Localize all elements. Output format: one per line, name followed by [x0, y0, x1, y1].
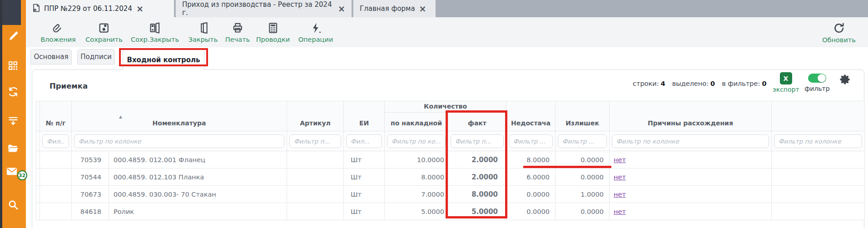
save-button[interactable]: Сохранить — [85, 22, 123, 43]
cell-num — [40, 151, 72, 169]
cell-num — [40, 186, 72, 203]
cell-shortage: 8.0000 — [506, 151, 556, 169]
cell-unit: Шт — [344, 169, 385, 186]
tab-input-control-label: Входной контроль — [127, 56, 200, 64]
cell-surplus: 0.0000 — [556, 203, 610, 220]
window-tab-bar: ППР №229 от 06.11.2024 × Приход из произ… — [21, 0, 868, 17]
table-row[interactable]: 70544 000.4859. 012.103 Планка Шт 8.0000… — [36, 169, 865, 186]
postings-button[interactable]: Проводки — [256, 22, 290, 43]
col-header-nomenclature[interactable]: Номенклатура — [72, 101, 287, 131]
sidebar-item-queue[interactable] — [0, 112, 26, 130]
pencil-icon — [7, 30, 19, 41]
sidebar-item-qr[interactable] — [0, 56, 26, 74]
window-tab-label: Главная форма — [360, 5, 415, 13]
toggle-on-icon — [808, 74, 826, 83]
col-header-surplus[interactable]: Излишек — [556, 101, 610, 131]
cell-fact: 2.0000 — [448, 151, 506, 169]
tab-main-label: Основная — [34, 53, 69, 61]
export-label: экспорт — [773, 86, 799, 93]
col-header-fact[interactable]: факт — [448, 113, 506, 131]
col-header-shortage[interactable]: Недостача — [506, 101, 556, 131]
col-header-unit[interactable]: ЕИ — [344, 101, 385, 131]
export-button[interactable]: X экспорт — [773, 72, 799, 93]
window-tab-registry[interactable]: Приход из производства - Реестр за 2024 … — [175, 0, 352, 17]
mail-badge: 32 — [17, 170, 27, 180]
sidebar-item-edit[interactable] — [0, 26, 26, 45]
close-icon[interactable]: × — [419, 5, 427, 13]
col-header-reasons[interactable]: Причины расхождения — [610, 101, 772, 131]
cell-surplus: 0.0000 — [556, 169, 610, 186]
sidebar-item-mail[interactable]: 32 — [0, 163, 26, 181]
cell-name: Ролик — [109, 203, 287, 220]
cell-fact: 8.0000 — [448, 186, 506, 203]
table-row[interactable]: 84618 Ролик Шт 5.0000 5.0000 0.0000 0.00… — [36, 203, 865, 220]
door-icon — [197, 22, 209, 34]
table-row[interactable]: 70539 000.4859. 012.001 Фланец Шт 10.000… — [36, 151, 865, 169]
cell-article — [287, 169, 344, 186]
filter-selector — [36, 131, 40, 151]
reason-link[interactable]: нет — [614, 156, 626, 164]
operations-button[interactable]: Операции — [298, 22, 333, 43]
excel-icon: X — [780, 72, 792, 84]
close-document-button[interactable]: Закрыть — [188, 22, 218, 43]
reason-link[interactable]: нет — [614, 173, 626, 181]
close-icon[interactable]: × — [338, 5, 345, 13]
filter-nomenclature-input[interactable] — [74, 134, 284, 148]
reason-link[interactable]: нет — [614, 191, 626, 198]
col-selector — [36, 101, 40, 131]
close-icon[interactable]: × — [136, 5, 144, 13]
printer-icon — [232, 22, 244, 34]
filter-fact-input[interactable] — [451, 134, 504, 148]
cell-num — [40, 169, 72, 186]
search-icon — [7, 198, 19, 211]
cell-code: 84618 — [72, 203, 109, 220]
filter-article-input[interactable] — [289, 134, 341, 148]
col-header-by-invoice[interactable]: по накладной — [385, 113, 448, 131]
grid-stats: строки:4 выделено:0 в фильтре:0 — [633, 80, 766, 87]
postings-label: Проводки — [256, 36, 290, 43]
cell-shortage: 6.0000 — [506, 169, 556, 186]
cell-name: 000.4859. 012.103 Планка — [109, 169, 287, 186]
window-edge — [0, 0, 2, 228]
qr-code-icon — [7, 60, 19, 71]
settings-gear-button[interactable] — [838, 73, 851, 88]
sidebar-item-sync[interactable] — [0, 83, 26, 101]
col-header-article[interactable]: Артикул — [287, 101, 344, 131]
filter-shortage-input[interactable] — [509, 134, 553, 148]
filter-reasons-input[interactable] — [612, 134, 769, 148]
window-tab-document[interactable]: ППР №229 от 06.11.2024 × — [26, 0, 174, 17]
selected-count: выделено:0 — [672, 80, 715, 87]
cell-shortage: 0.0000 — [506, 203, 556, 220]
filter-toggle[interactable]: фильтр — [804, 74, 831, 92]
tab-input-control[interactable]: Входной контроль — [123, 49, 204, 70]
filter-by-invoice-input[interactable] — [387, 134, 446, 148]
lightning-icon — [310, 22, 322, 34]
col-header-num[interactable]: № п/г — [40, 101, 72, 131]
save-close-button[interactable]: Сохр.Закрыть — [131, 22, 179, 43]
filter-unit-input[interactable] — [346, 134, 382, 148]
sidebar-item-folders[interactable] — [0, 139, 26, 157]
table-row[interactable]: 70673 000.4859. 030.003- 70 Стакан Шт 7.… — [36, 186, 865, 203]
refresh-button[interactable]: Обновить — [822, 22, 856, 44]
close-label: Закрыть — [188, 36, 218, 43]
in-filter-count: в фильтре:0 — [722, 80, 766, 87]
window-tab-main-form[interactable]: Главная форма × — [353, 0, 436, 17]
filter-extra-input[interactable] — [774, 134, 862, 148]
attachments-button[interactable]: Вложения — [40, 22, 76, 43]
refresh-icon — [833, 22, 845, 35]
filter-surplus-input[interactable] — [558, 134, 607, 148]
cell-by-invoice: 7.0000 — [385, 186, 448, 203]
filter-num-input[interactable] — [42, 134, 69, 148]
col-group-quantity: Количество — [385, 101, 506, 113]
acceptance-panel: Приемка строки:4 выделено:0 в фильтре:0 … — [32, 69, 864, 228]
print-button[interactable]: Печать — [225, 22, 250, 43]
tab-signatures[interactable]: Подписи — [77, 49, 115, 64]
sidebar-item-search[interactable] — [0, 195, 26, 213]
cell-article — [287, 186, 344, 203]
reason-link[interactable]: нет — [614, 208, 626, 215]
toolbar: Вложения Сохранить Сохр.Закрыть Закрыть … — [26, 17, 868, 47]
sort-ascending-icon[interactable]: ▲ — [119, 114, 122, 119]
cell-code: 70544 — [72, 169, 109, 186]
window-tab-label: ППР №229 от 06.11.2024 — [44, 5, 132, 13]
tab-main[interactable]: Основная — [30, 49, 72, 64]
